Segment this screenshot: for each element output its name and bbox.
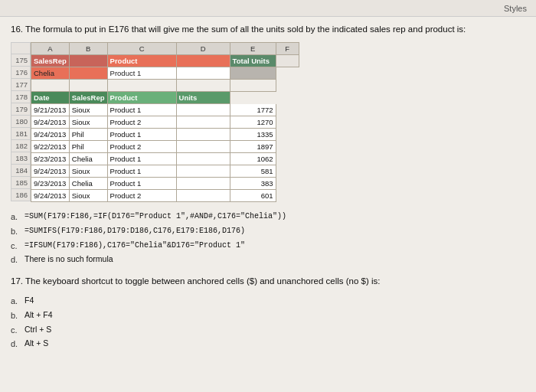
row-num-blank [11,42,31,54]
answers-17: a. F4 b. Alt + F4 c. Ctrl + S d. Alt + S [11,294,525,351]
answer-17-d-label: d. [11,337,21,351]
cell-179-f [276,104,299,116]
cell-186-b: Sioux [69,190,107,202]
answer-16-c-label: c. [11,239,21,253]
answer-17-b-text: Alt + F4 [25,309,52,322]
answer-16-c-text: =IFSUM(F179:F186),C176="Chelia"&D176="Pr… [25,239,245,252]
cell-184-c: Product 1 [107,165,176,178]
cell-183-b: Chelia [69,153,107,165]
cell-182-a: 9/22/2013 [31,141,70,153]
row-176: Chelia Product 1 [31,67,299,80]
cell-179-e: 1772 [230,104,276,116]
question-16-text: 16. The formula to put in E176 that will… [11,23,525,36]
cell-186-f [276,190,299,202]
row-num-178: 178 [11,91,31,103]
row-178: Date SalesRep Product Units [31,92,299,104]
row-183: 9/23/2013 Chelia Product 1 1062 [31,153,299,165]
row-num-186: 186 [11,189,31,201]
row-182: 9/22/2013 Phil Product 2 1897 [31,141,299,153]
spreadsheet-table: A B C D E F SalesRep Product Total Units [31,42,299,202]
cell-175-e: Total Units [230,55,276,67]
answer-17-c-label: c. [11,323,21,338]
cell-184-e: 581 [230,165,276,178]
cell-183-e: 1062 [230,153,276,165]
cell-175-a: SalesRep [31,55,70,67]
row-186: 9/24/2013 Sioux Product 2 601 [31,190,299,202]
answer-17-c: c. Ctrl + S [11,323,525,338]
row-180: 9/24/2013 Sioux Product 2 1270 [31,116,299,129]
cell-178-c: Product [107,92,176,104]
cell-185-e: 383 [230,178,276,190]
answer-16-a-text: =SUM(F179:F186,=IF(D176="Product 1",#AND… [25,210,286,223]
answer-16-b-label: b. [11,224,21,239]
col-f-header: F [276,43,299,55]
cell-186-e: 601 [230,190,276,202]
cell-186-a: 9/24/2013 [31,190,70,202]
answer-16-b-text: =SUMIFS(F179:F186,D179:D186,C176,E179:E1… [25,224,245,237]
row-num-179: 179 [11,103,31,116]
cell-180-e: 1270 [230,116,276,129]
cell-177-a [31,80,70,92]
answer-17-d: d. Alt + S [11,337,525,351]
cell-176-e [230,67,276,80]
cell-175-f [276,55,299,67]
cell-177-d [176,80,230,92]
cell-180-a: 9/24/2013 [31,116,70,129]
answer-16-d-text: There is no such formula [25,253,113,266]
cell-182-e: 1897 [230,141,276,153]
answer-17-a: a. F4 [11,294,525,309]
answer-17-a-text: F4 [25,294,34,308]
cell-179-b: Sioux [69,104,107,116]
cell-178-f [276,92,299,104]
row-179: 9/21/2013 Sioux Product 1 1772 [31,104,299,116]
answer-17-d-text: Alt + S [25,337,48,351]
cell-185-a: 9/23/2013 [31,178,70,190]
cell-176-b [69,67,107,80]
cell-185-b: Chelia [69,178,107,190]
cell-181-f [276,129,299,141]
cell-175-d [176,55,230,67]
row-185: 9/23/2013 Chelia Product 1 383 [31,178,299,190]
cell-178-e [230,92,276,104]
cell-184-b: Sioux [69,165,107,178]
col-a-header: A [31,43,70,55]
row-175: SalesRep Product Total Units [31,55,299,67]
cell-176-a: Chelia [31,67,70,80]
cell-175-b [69,55,107,67]
answers-16: a. =SUM(F179:F186,=IF(D176="Product 1",#… [11,210,525,267]
row-num-177: 177 [11,79,31,91]
cell-182-c: Product 2 [107,141,176,153]
cell-177-b [69,80,107,92]
cell-181-d [176,129,230,141]
cell-180-d [176,116,230,129]
row-181: 9/24/2013 Phil Product 1 1335 [31,129,299,141]
cell-181-a: 9/24/2013 [31,129,70,141]
styles-label: Styles [504,4,527,13]
cell-184-d [176,165,230,178]
answer-16-a-label: a. [11,210,21,224]
cell-185-c: Product 1 [107,178,176,190]
cell-179-c: Product 1 [107,104,176,116]
cell-178-a: Date [31,92,70,104]
cell-181-b: Phil [69,129,107,141]
answer-16-c: c. =IFSUM(F179:F186),C176="Chelia"&D176=… [11,239,525,253]
row-numbers: 175 176 177 178 179 180 181 182 183 184 … [11,42,31,202]
cell-186-c: Product 2 [107,190,176,202]
cell-186-d [176,190,230,202]
cell-183-f [276,153,299,165]
question-17: 17. The keyboard shortcut to toggle betw… [11,275,525,351]
cell-183-d [176,153,230,165]
row-num-183: 183 [11,152,31,165]
answer-17-c-text: Ctrl + S [25,323,51,337]
spreadsheet-wrapper: 175 176 177 178 179 180 181 182 183 184 … [11,42,525,202]
row-num-182: 182 [11,140,31,152]
answer-17-b-label: b. [11,309,21,323]
cell-184-a: 9/24/2013 [31,165,70,178]
cell-183-c: Product 1 [107,153,176,165]
cell-181-c: Product 1 [107,129,176,141]
q17-text: 17. The keyboard shortcut to toggle betw… [11,276,380,286]
row-num-175: 175 [11,54,31,67]
cell-180-f [276,116,299,129]
row-num-184: 184 [11,165,31,177]
col-b-header: B [69,43,107,55]
